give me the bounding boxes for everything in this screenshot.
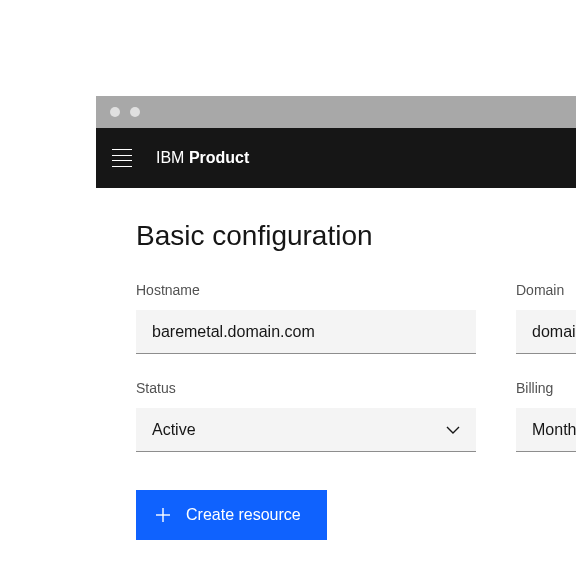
- status-label: Status: [136, 380, 476, 396]
- status-value: Active: [152, 421, 196, 439]
- plus-icon: [156, 508, 170, 522]
- domain-field: Domain: [516, 282, 576, 354]
- brand-light: IBM: [156, 149, 189, 166]
- main-content: Basic configuration Hostname Domain Stat…: [96, 188, 576, 576]
- brand: IBM Product: [156, 149, 249, 167]
- form-row: Hostname Domain: [136, 282, 576, 354]
- hostname-label: Hostname: [136, 282, 476, 298]
- page-title: Basic configuration: [136, 220, 576, 252]
- window-dot: [130, 107, 140, 117]
- window-titlebar: [96, 96, 576, 128]
- create-resource-label: Create resource: [186, 506, 301, 524]
- brand-bold: Product: [189, 149, 249, 166]
- create-resource-button[interactable]: Create resource: [136, 490, 327, 540]
- billing-label: Billing: [516, 380, 576, 396]
- app-window: IBM Product Basic configuration Hostname…: [96, 96, 576, 576]
- hostname-field: Hostname: [136, 282, 476, 354]
- app-header: IBM Product: [96, 128, 576, 188]
- status-field: Status Active: [136, 380, 476, 452]
- billing-field: Billing Monthly: [516, 380, 576, 452]
- domain-input[interactable]: [516, 310, 576, 354]
- billing-select[interactable]: Monthly: [516, 408, 576, 452]
- hostname-input[interactable]: [136, 310, 476, 354]
- window-dot: [110, 107, 120, 117]
- form-row: Status Active Billing Monthly: [136, 380, 576, 452]
- status-select[interactable]: Active: [136, 408, 476, 452]
- domain-label: Domain: [516, 282, 576, 298]
- billing-value: Monthly: [532, 421, 576, 439]
- chevron-down-icon: [446, 426, 460, 434]
- menu-icon[interactable]: [112, 149, 132, 167]
